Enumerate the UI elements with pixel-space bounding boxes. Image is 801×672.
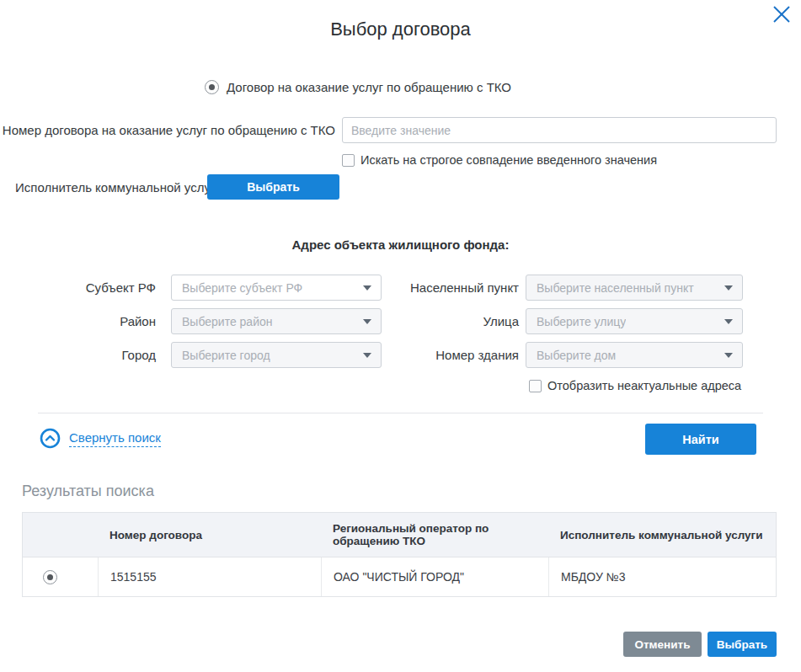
address-select-street-placeholder: Выберите улицу xyxy=(537,315,626,328)
page-title: Выбор договора xyxy=(0,19,801,40)
address-select-settlement-placeholder: Выберите населенный пункт xyxy=(537,281,694,295)
contract-type-radio-label: Договор на оказание услуг по обращению с… xyxy=(227,80,511,94)
chevron-down-icon xyxy=(724,353,733,358)
row-executor: МБДОУ №3 xyxy=(548,557,777,596)
results-table-header: Номер договора Региональный оператор по … xyxy=(23,513,776,557)
address-label-subject: Субъект РФ xyxy=(0,280,156,295)
strict-match-checkbox[interactable] xyxy=(342,154,355,167)
chevron-down-icon xyxy=(724,285,733,291)
header-cell-executor: Исполнитель коммунальной услуги xyxy=(548,513,777,557)
outdated-addresses-row: Отобразить неактуальные адреса xyxy=(529,379,741,392)
address-label-city: Город xyxy=(0,348,156,362)
address-select-building[interactable]: Выберите дом xyxy=(526,342,743,368)
collapse-search-label: Свернуть поиск xyxy=(69,430,161,447)
row-select-radio[interactable] xyxy=(43,570,57,584)
header-cell-radio xyxy=(23,513,98,557)
row-contract-number: 1515155 xyxy=(98,557,321,596)
contract-number-input[interactable] xyxy=(342,117,777,143)
contract-selection-modal: Выбор договора Договор на оказание услуг… xyxy=(0,0,801,672)
outdated-addresses-label: Отобразить неактуальные адреса xyxy=(547,379,741,392)
strict-match-row: Искать на строгое совпадение введенного … xyxy=(342,153,657,167)
strict-match-label: Искать на строгое совпадение введенного … xyxy=(360,153,657,167)
chevron-down-icon xyxy=(724,319,733,324)
address-label-building: Номер здания xyxy=(337,348,519,362)
select-button[interactable]: Выбрать xyxy=(708,632,777,657)
results-table: Номер договора Региональный оператор по … xyxy=(22,512,777,597)
address-select-settlement[interactable]: Выберите населенный пункт xyxy=(526,275,743,301)
address-select-district-placeholder: Выберите район xyxy=(182,315,273,328)
row-radio-cell xyxy=(23,557,98,596)
cancel-button[interactable]: Отменить xyxy=(623,632,702,657)
search-divider xyxy=(38,413,763,413)
circle-arrow-up-icon xyxy=(40,428,61,449)
contract-number-label: Номер договора на оказание услуг по обра… xyxy=(0,123,335,137)
address-label-street: Улица xyxy=(337,314,519,328)
contract-type-radio[interactable] xyxy=(205,80,219,94)
address-select-street[interactable]: Выберите улицу xyxy=(526,308,743,334)
find-button[interactable]: Найти xyxy=(645,424,756,455)
collapse-search-link[interactable]: Свернуть поиск xyxy=(40,428,161,449)
results-title: Результаты поиска xyxy=(22,483,154,500)
header-cell-contract-number: Номер договора xyxy=(98,513,321,557)
table-row[interactable]: 1515155 ОАО "ЧИСТЫЙ ГОРОД" МБДОУ №3 xyxy=(23,557,776,596)
address-label-settlement: Населенный пункт xyxy=(337,280,519,295)
executor-select-button[interactable]: Выбрать xyxy=(207,174,339,200)
contract-type-radio-row: Договор на оказание услуг по обращению с… xyxy=(205,80,511,94)
header-cell-regional-operator: Региональный оператор по обращению ТКО xyxy=(321,513,548,557)
executor-label: Исполнитель коммунальной услуги xyxy=(15,180,222,195)
address-label-district: Район xyxy=(0,314,156,328)
address-select-city-placeholder: Выберите город xyxy=(182,349,270,362)
outdated-addresses-checkbox[interactable] xyxy=(529,380,542,392)
row-regional-operator: ОАО "ЧИСТЫЙ ГОРОД" xyxy=(321,557,548,596)
address-select-subject-placeholder: Выберите субъект РФ xyxy=(182,281,302,295)
address-section-title: Адрес объекта жилищного фонда: xyxy=(0,237,801,252)
address-select-building-placeholder: Выберите дом xyxy=(537,349,616,362)
